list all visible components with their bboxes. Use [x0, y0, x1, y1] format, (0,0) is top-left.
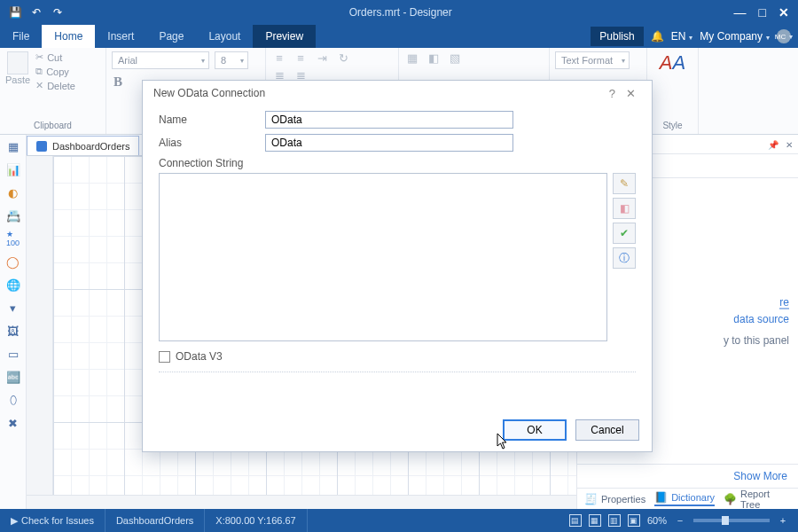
tab-report-tree[interactable]: 🌳Report Tree — [724, 489, 791, 510]
dialog-title: New OData Connection — [153, 87, 265, 99]
toolbox-settings-icon[interactable]: ✖ — [5, 415, 21, 431]
save-icon[interactable]: 💾 — [5, 3, 25, 22]
toolbox-progress-icon[interactable]: ★100 — [5, 231, 21, 246]
zoom-in-button[interactable]: + — [777, 515, 789, 526]
menu-page[interactable]: Page — [146, 25, 196, 48]
edit-connection-icon[interactable]: ✎ — [613, 173, 636, 194]
publish-button[interactable]: Publish — [591, 27, 643, 46]
dialog-separator — [159, 372, 636, 372]
tab-properties[interactable]: 🧾Properties — [584, 493, 645, 505]
document-tab-label: DashboardOrders — [52, 141, 129, 152]
rotate-icon[interactable]: ↻ — [335, 51, 351, 65]
dictionary-hint-more[interactable]: re — [779, 296, 789, 309]
font-name-combo[interactable]: Arial — [112, 51, 209, 69]
ok-button[interactable]: OK — [503, 419, 567, 441]
status-bar: ▶ Check for Issues DashboardOrders X:800… — [0, 509, 798, 532]
zoom-slider[interactable] — [693, 519, 770, 522]
window-title: Orders.mrt - Designer — [67, 6, 734, 19]
indent-icon[interactable]: ⇥ — [314, 51, 330, 65]
undo-icon[interactable]: ↶ — [27, 3, 46, 22]
copy-button[interactable]: Copy — [35, 66, 75, 77]
toolbox: ▦ 📊 ◐ 📇 ★100 ◯ 🌐 ▾ 🖼 ▭ 🔤 ⬯ ✖ — [0, 135, 27, 509]
toolbox-image-icon[interactable]: 🖼 — [5, 323, 21, 339]
toolbox-table-icon[interactable]: ▦ — [5, 138, 21, 154]
show-more-link[interactable]: Show More — [733, 470, 787, 482]
connection-info-icon[interactable]: ⓘ — [613, 247, 636, 269]
panel-close-icon[interactable] — [786, 139, 793, 150]
delete-button[interactable]: Delete — [35, 80, 75, 91]
language-selector[interactable]: EN — [671, 30, 693, 43]
menu-insert[interactable]: Insert — [95, 25, 146, 48]
view-mode-2-icon[interactable]: ▦ — [589, 514, 601, 527]
document-tab[interactable]: DashboardOrders — [27, 136, 139, 155]
cancel-button[interactable]: Cancel — [575, 419, 639, 441]
menu-bar: File Home Insert Page Layout Preview Pub… — [0, 25, 798, 48]
tab-dictionary[interactable]: 📘Dictionary — [654, 491, 715, 506]
close-icon[interactable]: ✕ — [778, 5, 789, 20]
align-left-icon[interactable]: ≡ — [271, 51, 287, 65]
connection-string-label: Connection String — [159, 157, 636, 169]
check-for-issues[interactable]: ▶ Check for Issues — [0, 509, 106, 532]
toolbox-shape-icon[interactable]: ⬯ — [5, 392, 21, 408]
toolbox-gauge-icon[interactable]: ◐ — [5, 184, 21, 200]
pin-icon[interactable] — [768, 139, 778, 150]
fill-icon[interactable]: ◧ — [426, 51, 442, 65]
connection-string-input[interactable] — [159, 173, 607, 341]
new-odata-connection-dialog: New OData Connection ? ✕ Name Alias Conn… — [142, 80, 653, 452]
zoom-value: 60% — [647, 515, 667, 526]
menu-home[interactable]: Home — [42, 25, 95, 48]
vertical-ruler — [27, 156, 53, 495]
view-mode-1-icon[interactable]: ▤ — [569, 514, 582, 527]
toolbox-chart-icon[interactable]: 📊 — [5, 161, 21, 177]
view-mode-4-icon[interactable]: ▣ — [628, 514, 640, 527]
title-bar: 💾 ↶ ↷ Orders.mrt - Designer — □ ✕ — [0, 0, 798, 25]
dictionary-hint-source[interactable]: data source — [630, 313, 789, 325]
cut-button[interactable]: Cut — [35, 51, 75, 63]
horizontal-scrollbar[interactable] — [27, 495, 576, 509]
align-center-icon[interactable]: ≡ — [293, 51, 309, 65]
menu-file[interactable]: File — [0, 25, 42, 48]
paste-button[interactable]: Paste — [5, 51, 30, 85]
menu-preview[interactable]: Preview — [253, 25, 316, 48]
test-connection-icon[interactable]: ✔ — [613, 223, 636, 244]
text-format-combo[interactable]: Text Format — [555, 51, 630, 69]
name-input[interactable] — [265, 111, 513, 129]
bell-icon[interactable]: 🔔 — [651, 30, 664, 43]
clipboard-group-label: Clipboard — [5, 119, 100, 132]
odata-v3-label: OData V3 — [176, 350, 223, 363]
zoom-out-button[interactable]: − — [674, 515, 686, 526]
menu-layout[interactable]: Layout — [196, 25, 253, 48]
style-icon[interactable]: AA — [653, 51, 692, 74]
minimize-icon[interactable]: — — [734, 5, 747, 20]
font-size-combo[interactable]: 8 — [215, 51, 248, 69]
status-coords: X:800.00 Y:166.67 — [205, 509, 307, 532]
dictionary-drag-hint: y to this panel — [630, 334, 789, 347]
style-group-label: Style — [653, 119, 692, 132]
view-mode-3-icon[interactable]: ▥ — [608, 514, 621, 527]
toolbox-filter-icon[interactable]: ▾ — [5, 300, 21, 316]
dialog-help-icon[interactable]: ? — [604, 87, 621, 100]
dashboard-icon — [36, 141, 47, 152]
company-selector[interactable]: My Company — [700, 30, 770, 43]
toolbox-text-icon[interactable]: 🔤 — [5, 369, 21, 385]
toolbox-indicator-icon[interactable]: 📇 — [5, 207, 21, 223]
status-document: DashboardOrders — [106, 509, 205, 532]
redo-icon[interactable]: ↷ — [48, 3, 67, 22]
alias-input[interactable] — [265, 134, 513, 152]
clear-connection-icon[interactable]: ◧ — [613, 198, 636, 219]
alias-label: Alias — [159, 137, 265, 149]
toolbox-panel-icon[interactable]: ▭ — [5, 346, 21, 362]
toolbox-pivot-icon[interactable]: ◯ — [5, 254, 21, 270]
shadow-icon[interactable]: ▧ — [447, 51, 463, 65]
toolbox-map-icon[interactable]: 🌐 — [5, 277, 21, 293]
clipboard-icon — [7, 51, 28, 74]
name-label: Name — [159, 113, 265, 126]
dialog-close-icon[interactable]: ✕ — [621, 87, 641, 100]
odata-v3-checkbox[interactable] — [159, 351, 170, 363]
avatar[interactable]: MC — [777, 29, 791, 43]
maximize-icon[interactable]: □ — [759, 5, 766, 20]
border-all-icon[interactable]: ▦ — [404, 51, 420, 65]
paragraph-group: ≡ ≡ ⇥ ↻ ≣ ≣ — [271, 51, 393, 82]
